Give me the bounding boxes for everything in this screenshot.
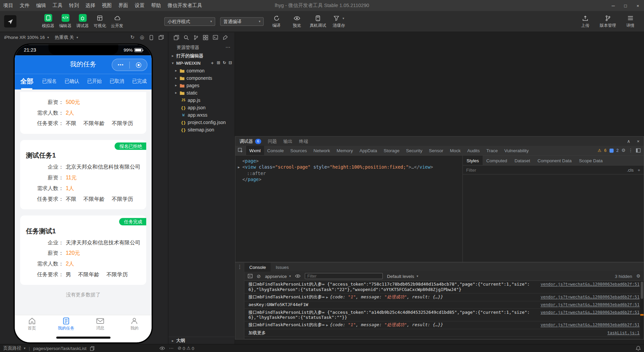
exit-miniprogram-button[interactable] — [130, 62, 147, 68]
page-path-select[interactable]: 页面路径▾ — [3, 345, 25, 351]
mode-select[interactable]: 小程序模式 ▾ — [164, 17, 215, 26]
record-icon[interactable]: ◎ — [140, 35, 144, 40]
source-control-icon[interactable] — [194, 35, 199, 40]
preview-button[interactable]: 预览 — [289, 14, 305, 28]
outline-section[interactable]: ▸ 大纲 — [168, 337, 234, 344]
format-brush-icon[interactable] — [223, 35, 228, 40]
object-preview[interactable]: {code: "1", message: "处理成功", result: {…}… — [330, 322, 443, 327]
wxml-node-page-open[interactable]: <page> — [238, 158, 463, 164]
live-expression-eye-icon[interactable] — [295, 274, 301, 278]
gear-icon[interactable]: ⚙ — [622, 148, 626, 153]
search-icon[interactable] — [183, 35, 189, 40]
log-source-link[interactable]: vendor.js?t=wechat&s…12080063ebad6b2f:51 — [541, 322, 640, 328]
tab-styles[interactable]: Styles — [463, 156, 483, 165]
more-actions-icon[interactable]: ⋯ — [169, 346, 173, 351]
tab-security[interactable]: Security — [403, 146, 426, 155]
tab-network[interactable]: Network — [310, 146, 333, 155]
tab-appdata[interactable]: AppData — [356, 146, 380, 155]
tabbar-home[interactable]: 首页 — [15, 315, 49, 333]
menu-help[interactable]: 帮助 — [148, 0, 164, 11]
log-row[interactable]: 接口mbFindTaskPersonList的入参= {"access_toke… — [245, 309, 644, 321]
tab-sources[interactable]: Sources — [287, 146, 310, 155]
folder-pages[interactable]: ▸ pages — [168, 82, 234, 89]
tabbar-my-tasks[interactable]: 我的任务 — [49, 315, 83, 333]
tab-component-data[interactable]: Component Data — [534, 156, 575, 165]
problems-summary[interactable]: ⊘ 0 ⚠ 0 — [178, 346, 194, 351]
task-card[interactable]: 报名已拒绝 测试任务1 企业：北京天邦众和信息科技有限公司 薪资：11元 需求人… — [20, 140, 146, 210]
menu-interface[interactable]: 界面 — [115, 0, 131, 11]
expand-triangle-icon[interactable]: ▶ — [326, 296, 328, 299]
extensions-icon[interactable] — [203, 35, 208, 40]
console-prompt[interactable]: > — [245, 337, 644, 339]
warning-icon[interactable]: ⚠ — [598, 148, 601, 153]
log-levels-select[interactable]: Default levels▾ — [387, 274, 418, 279]
cloud-dev-button[interactable]: 云开发 — [108, 14, 125, 29]
styles-filter-input[interactable] — [466, 167, 623, 172]
tab-storage[interactable]: Storage — [380, 146, 403, 155]
new-file-icon[interactable]: ＋ — [210, 60, 214, 66]
device-frame-icon[interactable] — [150, 35, 153, 40]
tab-console[interactable]: Console — [264, 146, 287, 155]
hot-reload-select[interactable]: 热重载 关▾ — [55, 34, 78, 40]
wxml-node-after[interactable]: ::after — [238, 170, 463, 176]
wxml-node-page-close[interactable]: </page> — [238, 177, 463, 183]
collapse-all-icon[interactable]: ⊟ — [229, 60, 232, 66]
file-app-wxss[interactable]: W app.wxss — [168, 111, 234, 119]
tab-scope-data[interactable]: Scope Data — [575, 156, 606, 165]
menu-wechat-devtools[interactable]: 微信开发者工具 — [164, 0, 205, 11]
eye-icon[interactable] — [159, 346, 165, 350]
tab-confirmed[interactable]: 已确认 — [61, 78, 83, 85]
tab-computed[interactable]: Computed — [483, 156, 511, 165]
tab-dataset[interactable]: Dataset — [511, 156, 534, 165]
visualizer-toggle-button[interactable]: 可视化 — [91, 14, 108, 29]
remote-debug-button[interactable]: 真机调试 — [310, 14, 326, 28]
terminal-tab[interactable]: 终端 — [299, 138, 308, 144]
tabbar-messages[interactable]: 消息 — [83, 315, 117, 333]
log-source-link[interactable]: vendor.js?t=wechat&s…12080063ebad6b2f:51 — [541, 282, 640, 287]
problems-tab[interactable]: 问题 — [268, 138, 277, 144]
menu-goto[interactable]: 转到 — [66, 0, 82, 11]
menu-view[interactable]: 视图 — [99, 0, 115, 11]
open-editors-section[interactable]: ▸ 打开的编辑器 — [168, 52, 234, 60]
console-tab[interactable]: Console — [245, 263, 271, 272]
console-filter-input[interactable] — [307, 274, 380, 278]
menu-file[interactable]: 文件 — [16, 0, 33, 11]
menu-select[interactable]: 选择 — [82, 0, 99, 11]
menu-edit[interactable]: 编辑 — [33, 0, 49, 11]
compile-button[interactable]: 编译 — [269, 14, 284, 28]
file-sitemap[interactable]: {} sitemap.json — [168, 126, 234, 133]
expand-triangle-icon[interactable]: ▶ — [326, 324, 328, 327]
expand-arrow-icon[interactable]: ▶ — [238, 164, 242, 170]
terminal-icon[interactable] — [213, 35, 218, 40]
log-row[interactable]: 接口mbFindTaskPersonList的出参=▶{code: "1", m… — [245, 321, 644, 329]
tab-sensor[interactable]: Sensor — [426, 146, 446, 155]
collapse-panel-icon[interactable]: ∧ — [627, 138, 630, 144]
copy-path-icon[interactable] — [90, 346, 94, 351]
new-rule-button[interactable]: + — [638, 167, 640, 172]
new-class-button[interactable]: .cls — [627, 167, 634, 172]
info-icon[interactable] — [609, 149, 613, 153]
debugger-tab[interactable]: 调试器 6 — [239, 138, 261, 144]
maximize-button[interactable]: □ — [620, 0, 632, 11]
file-app-js[interactable]: JS app.js — [168, 97, 234, 104]
tab-all[interactable]: 全部 — [16, 77, 38, 86]
close-panel-icon[interactable]: × — [637, 138, 640, 144]
clear-cache-button[interactable]: ▾ 清缓存 — [331, 14, 347, 28]
more-menu-button[interactable]: ••• — [112, 63, 129, 67]
tab-wxml[interactable]: Wxml — [246, 146, 264, 155]
console-settings-icon[interactable]: ⚙ — [636, 274, 640, 279]
compile-mode-select[interactable]: 普通编译 ▾ — [220, 17, 264, 26]
console-scrollbar[interactable] — [640, 281, 644, 339]
home-indicator[interactable] — [56, 337, 110, 339]
clear-console-icon[interactable]: ⊘ — [257, 273, 261, 279]
upload-button[interactable]: 上传 — [578, 14, 593, 28]
menu-project[interactable]: 项目 — [0, 0, 16, 11]
debugger-toggle-button[interactable]: 调试器 — [74, 14, 91, 29]
console-sidebar-icon[interactable] — [248, 274, 253, 278]
scrollbar-thumb[interactable] — [641, 282, 643, 299]
simulator-toggle-button[interactable]: 模拟器 — [40, 14, 57, 29]
panel-handle[interactable]: ⋮ — [235, 263, 245, 339]
more-actions-icon[interactable]: ⋯ — [225, 44, 230, 50]
editor-toggle-button[interactable]: </> 编辑器 — [57, 14, 74, 29]
tab-signed-up[interactable]: 已报名 — [38, 78, 61, 85]
